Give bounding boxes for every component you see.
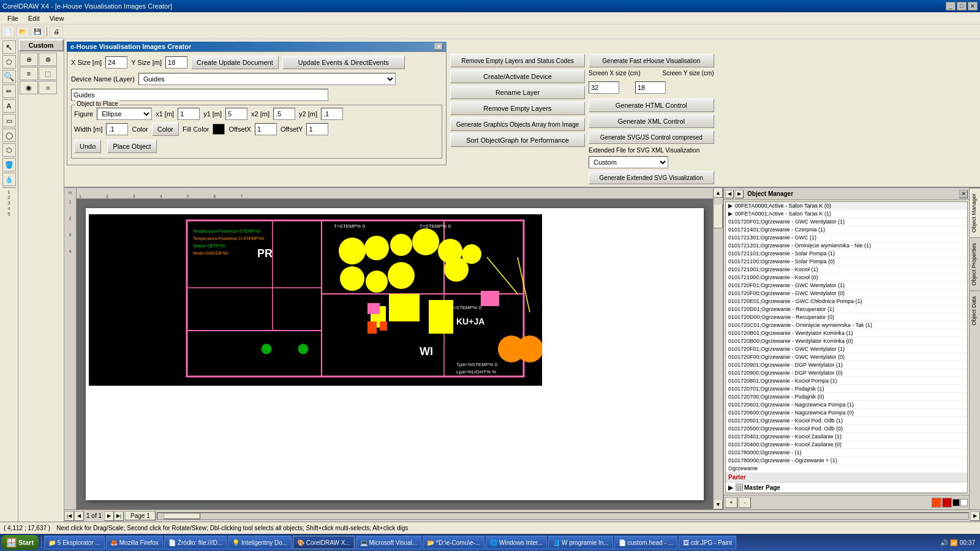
obj-item-21[interactable]: 0101720900;Ogrzewanie - DGP Wentylator (…	[726, 369, 967, 377]
layer-guides[interactable]: □ 👁 🖊 Guides	[726, 493, 967, 493]
extended-dropdown[interactable]: Custom	[589, 156, 668, 168]
gen-xml-btn[interactable]: Generate XML Control	[589, 114, 714, 128]
fill-color-swatch[interactable]	[213, 124, 225, 135]
gen-fast-btn[interactable]: Generate Fast eHouse Visualisation	[589, 54, 714, 67]
obj-nav-right[interactable]: ▶	[735, 190, 744, 198]
plugin-close-btn[interactable]: ✕	[434, 43, 443, 50]
undo-btn[interactable]: Undo	[74, 140, 101, 153]
obj-item-12[interactable]: 0101720E01;Ogrzewanie - GWC Chłodnica Po…	[726, 298, 967, 305]
parter-row[interactable]: Parter	[726, 473, 967, 482]
page-last-btn[interactable]: ▶|	[114, 511, 124, 521]
remove-empty-status-btn[interactable]: Remove Empty Layers and Status Codes	[450, 54, 585, 67]
place-object-btn[interactable]: Place Object	[107, 140, 156, 153]
obj-item-11[interactable]: 0101720F00;Ogrzewanie - GWC Wentylator (…	[726, 290, 967, 298]
device-dropdown[interactable]: Guides	[138, 73, 396, 85]
color-palette-icon[interactable]	[952, 499, 960, 506]
canvas-area[interactable]: PR KU+JA WI Temperatura Powietrza=STEMP%…	[77, 199, 713, 509]
tab-object-data[interactable]: Object Data	[970, 291, 980, 331]
taskbar-item-windows-inter[interactable]: 🌐 Windows Inter...	[486, 536, 547, 549]
close-button[interactable]: ✕	[968, 2, 978, 10]
h-scrollbar-thumb[interactable]	[164, 513, 200, 519]
hscroll-right-btn[interactable]: ▶	[970, 511, 980, 521]
gen-extended-btn[interactable]: Generate Extended SVG Visualization	[589, 171, 714, 184]
taskbar-item-w-programie[interactable]: 📘 W programie In...	[548, 536, 612, 549]
page-back-btn[interactable]: ◀	[74, 511, 84, 521]
obj-item-4[interactable]: 0101721301;Ogrzewanie - GWC (1)	[726, 234, 967, 242]
rect-tool[interactable]: ▭	[2, 114, 16, 127]
obj-item-10[interactable]: 0101720F01;Ogrzewanie - GWC Wentylator (…	[726, 282, 967, 290]
open-button[interactable]: 📂	[16, 26, 29, 38]
figure-dropdown[interactable]: Ellipse	[97, 108, 152, 120]
create-update-btn[interactable]: Create Update Document	[191, 56, 279, 69]
obj-item-13[interactable]: 0101720D01;Ogrzewanie - Recuperator (1)	[726, 305, 967, 313]
obj-item-23[interactable]: 0101720701;Ogrzewanie - Podajnik (1)	[726, 385, 967, 393]
scroll-down-btn[interactable]: ▼	[714, 500, 723, 509]
taskbar-item-inteligentny[interactable]: 💡 Inteligentny Do...	[228, 536, 292, 549]
taskbar-item-explorer[interactable]: 📁 5 Eksplorator ...	[44, 536, 105, 549]
y-size-input[interactable]	[165, 56, 187, 69]
gen-graphics-btn[interactable]: Generate Graphics Objects Array from Ima…	[450, 118, 585, 131]
obj-item-32[interactable]: 0101780000;Ogrzewanie - Ogrzewanie + (1)	[726, 457, 967, 465]
obj-item-7[interactable]: 0101721100;Ogrzewanie - Solar Pompa (0)	[726, 258, 967, 266]
obj-item-30[interactable]: 0101720400;Ogrzewanie - Kocioł Zasilanie…	[726, 441, 967, 449]
canvas-vscrollbar[interactable]: ▲ ▼	[713, 188, 723, 509]
custom-tool-4[interactable]: ⬚	[39, 67, 57, 80]
device-input[interactable]	[71, 89, 328, 101]
menu-file[interactable]: File	[2, 13, 23, 23]
color-swatch-red[interactable]	[942, 498, 952, 508]
obj-item-19[interactable]: 0101720F00;Ogrzewanie - GWC Wentylator (…	[726, 353, 967, 361]
obj-item-29[interactable]: 0101720401;Ogrzewanie - Kocioł Zasilanie…	[726, 433, 967, 441]
start-button[interactable]: 🪟 Start	[1, 535, 39, 550]
remove-empty-btn[interactable]: Remove Empty Layers	[450, 102, 585, 115]
obj-item-27[interactable]: 0101720501;Ogrzewanie - Kocioł Pod. Odb …	[726, 417, 967, 425]
obj-list[interactable]: ▶ 00FE7A0000;Active - Salon Taras K (0) …	[725, 201, 968, 493]
page-prev-btn[interactable]: |◀	[64, 511, 74, 521]
obj-item-16[interactable]: 0101720B01;Ogrzewanie - Wentylator Komin…	[726, 329, 967, 337]
obj-nav-left[interactable]: ◀	[725, 190, 734, 198]
obj-item-17[interactable]: 0101720B00;Ogrzewanie - Wentylator Komin…	[726, 337, 967, 345]
obj-item-22[interactable]: 0101720801;Ogrzewanie - Kocioł Pompa (1)	[726, 377, 967, 385]
x2-input[interactable]	[273, 108, 295, 120]
obj-del-btn[interactable]: -	[739, 497, 751, 508]
screen-x-input[interactable]	[589, 81, 619, 94]
menu-view[interactable]: View	[45, 13, 69, 23]
sort-obj-btn[interactable]: Sort ObjectGraph for Performance	[450, 133, 585, 147]
obj-add-btn[interactable]: +	[725, 497, 737, 508]
obj-item-31[interactable]: 0101780000;Ogrzewanie - (1)	[726, 449, 967, 457]
custom-tool-1[interactable]: ⊕	[20, 53, 38, 66]
menu-edit[interactable]: Edit	[23, 13, 45, 23]
obj-item-14[interactable]: 0101720D00;Ogrzewanie - Recuperator (0)	[726, 313, 967, 321]
x-size-input[interactable]	[105, 56, 127, 69]
scroll-up-btn[interactable]: ▲	[714, 188, 723, 198]
obj-item-8[interactable]: 0101721001;Ogrzewanie - Kocioł (1)	[726, 266, 967, 274]
obj-item-5[interactable]: 0101721201;Ogrzewanie - Ominięcie wymien…	[726, 242, 967, 250]
tab-object-properties[interactable]: Object Properties	[970, 238, 980, 291]
gen-svgjs-btn[interactable]: Generate SVG/JS Control compresed	[589, 130, 714, 144]
custom-tool-5[interactable]: ◉	[20, 81, 38, 94]
obj-item-28[interactable]: 0101720500;Ogrzewanie - Kocioł Pod. Odb …	[726, 425, 967, 433]
save-button[interactable]: 💾	[31, 26, 44, 38]
create-activate-btn[interactable]: Create/Activate Device	[450, 70, 585, 83]
obj-item-6[interactable]: 0101721101;Ogrzewanie - Solar Pompa (1)	[726, 250, 967, 258]
rename-layer-btn[interactable]: Rename Layer	[450, 86, 585, 99]
obj-item-25[interactable]: 0101720601;Ogrzewanie - Nagrzewnica Pomp…	[726, 401, 967, 409]
obj-item-24[interactable]: 0101720700;Ogrzewanie - Podajnik (0)	[726, 393, 967, 401]
h-scrollbar-track[interactable]	[157, 512, 969, 520]
text-tool[interactable]: A	[2, 99, 16, 113]
page-tab[interactable]: Page 1	[125, 511, 156, 520]
select-tool[interactable]: ↖	[2, 40, 16, 54]
obj-item-2[interactable]: 0101720F01;Ogrzewanie - GWC Wentylator (…	[726, 218, 967, 226]
obj-item-26[interactable]: 0101720600;Ogrzewanie - Nagrzewnica Pomp…	[726, 409, 967, 417]
minimize-button[interactable]: _	[946, 2, 956, 10]
obj-item-3[interactable]: 0101721401;Ogrzewanie - Czerpnia (1)	[726, 226, 967, 234]
taskbar-item-source[interactable]: 📄 Źródło: file:///D...	[164, 536, 227, 549]
y1-input[interactable]	[225, 108, 247, 120]
obj-item-20[interactable]: 0101720901;Ogrzewanie - DGP Wentylator (…	[726, 361, 967, 369]
offsetx-input[interactable]	[255, 123, 277, 135]
obj-item-15[interactable]: 0101720C01;Ogrzewanie - Ominięcie wymien…	[726, 321, 967, 329]
taskbar-item-firefox[interactable]: 🦊 Mozilla Firefox	[106, 536, 163, 549]
taskbar-item-visual[interactable]: 💻 Microsoft Visual...	[356, 536, 422, 549]
offsety-input[interactable]	[306, 123, 328, 135]
tab-object-manager[interactable]: Object Manager	[970, 188, 980, 238]
taskbar-item-custom-head[interactable]: 📄 custom.head - ...	[614, 536, 677, 549]
